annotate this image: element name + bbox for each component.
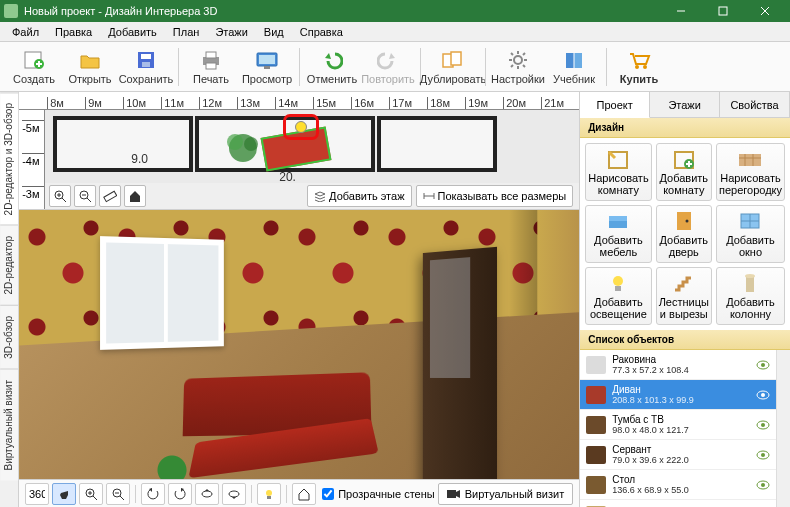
object-name: Тумба с ТВ <box>612 414 689 426</box>
ruler-tick: 8м <box>47 97 85 109</box>
ruler-tick: 9м <box>85 97 123 109</box>
tutorial-button[interactable]: Учебник <box>546 44 602 90</box>
duplicate-button[interactable]: Дублировать <box>425 44 481 90</box>
settings-button[interactable]: Настройки <box>490 44 546 90</box>
object-row[interactable]: Сервант79.0 x 39.6 x 222.0 <box>580 440 776 470</box>
stack-icon <box>314 190 326 202</box>
redo-button[interactable]: Повторить <box>360 44 416 90</box>
buy-button[interactable]: Купить <box>611 44 667 90</box>
plan-2d-view[interactable]: -5м-4м-3м 9.0 20. Добавить этаж По <box>19 110 579 210</box>
tool-button[interactable]: Нарисовать комнату <box>585 143 651 201</box>
vtab-3d[interactable]: 3D-обзор <box>0 305 18 369</box>
dimension-label: 9.0 <box>131 152 148 166</box>
menu-add[interactable]: Добавить <box>100 24 165 40</box>
tool-button[interactable]: Нарисовать перегородку <box>716 143 785 201</box>
title-bar: Новый проект - Дизайн Интерьера 3D <box>0 0 790 22</box>
object-row[interactable]: Дверь <box>580 500 776 507</box>
tab-properties[interactable]: Свойства <box>720 92 790 117</box>
ruler-tick: -3м <box>22 186 44 200</box>
vtab-2d-3d[interactable]: 2D-редактор и 3D-обзор <box>0 92 18 225</box>
rotate-left-button[interactable] <box>141 483 165 505</box>
ruler-tick: 18м <box>427 97 465 109</box>
zoom-in-button[interactable] <box>49 185 71 207</box>
virtual-visit-button[interactable]: Виртуальный визит <box>438 483 574 505</box>
open-button[interactable]: Открыть <box>62 44 118 90</box>
tab-floors[interactable]: Этажи <box>650 92 720 117</box>
zoom-out-button[interactable] <box>74 185 96 207</box>
ruler-tick: 16м <box>351 97 389 109</box>
vtab-2d[interactable]: 2D-редактор <box>0 225 18 305</box>
create-button[interactable]: Создать <box>6 44 62 90</box>
tool-button[interactable]: Лестницы и вырезы <box>656 267 712 325</box>
zoom-out-3d-button[interactable] <box>106 483 130 505</box>
add-floor-button[interactable]: Добавить этаж <box>307 185 411 207</box>
tilt-down-button[interactable] <box>222 483 246 505</box>
tool-button[interactable]: Добавить комнату <box>656 143 712 201</box>
tool-icon <box>737 210 763 232</box>
orbit-button[interactable]: 360 <box>25 483 49 505</box>
object-row[interactable]: Раковина77.3 x 57.2 x 108.4 <box>580 350 776 380</box>
tilt-up-button[interactable] <box>195 483 219 505</box>
maximize-button[interactable] <box>702 0 744 22</box>
tool-button[interactable]: Добавить колонну <box>716 267 785 325</box>
scrollbar[interactable] <box>776 350 790 507</box>
preview-button[interactable]: Просмотр <box>239 44 295 90</box>
tool-label: Добавить дверь <box>659 234 709 258</box>
object-row[interactable]: Тумба с ТВ98.0 x 48.0 x 121.7 <box>580 410 776 440</box>
menu-help[interactable]: Справка <box>292 24 351 40</box>
svg-rect-63 <box>739 154 761 166</box>
main-toolbar: Создать Открыть Сохранить Печать Просмот… <box>0 42 790 92</box>
object-row[interactable]: Стол136.6 x 68.9 x 55.0 <box>580 470 776 500</box>
menu-view[interactable]: Вид <box>256 24 292 40</box>
visibility-icon[interactable] <box>756 450 770 460</box>
menu-plan[interactable]: План <box>165 24 208 40</box>
svg-text:360: 360 <box>29 488 45 500</box>
window-3d <box>100 236 224 350</box>
reset-view-button[interactable] <box>292 483 316 505</box>
tool-label: Добавить освещение <box>588 296 648 320</box>
menu-edit[interactable]: Правка <box>47 24 100 40</box>
object-thumb-icon <box>586 476 606 494</box>
object-thumb-icon <box>586 416 606 434</box>
svg-point-55 <box>266 490 272 496</box>
light-button[interactable] <box>257 483 281 505</box>
visibility-icon[interactable] <box>756 480 770 490</box>
svg-point-53 <box>202 491 212 497</box>
menu-floors[interactable]: Этажи <box>207 24 255 40</box>
undo-button[interactable]: Отменить <box>304 44 360 90</box>
view-3d[interactable] <box>19 210 579 479</box>
zoom-in-3d-button[interactable] <box>79 483 103 505</box>
print-button[interactable]: Печать <box>183 44 239 90</box>
tab-project[interactable]: Проект <box>580 92 650 118</box>
ruler-tick: 17м <box>389 97 427 109</box>
tool-label: Нарисовать комнату <box>588 172 648 196</box>
side-panel: Проект Этажи Свойства Дизайн Нарисовать … <box>579 92 790 507</box>
tool-button[interactable]: Добавить окно <box>716 205 785 263</box>
cabinet-3d <box>423 247 497 479</box>
svg-point-70 <box>685 220 688 223</box>
rotate-right-button[interactable] <box>168 483 192 505</box>
ruler-tick: -5м <box>22 120 44 134</box>
visibility-icon[interactable] <box>756 360 770 370</box>
show-dimensions-button[interactable]: Показывать все размеры <box>416 185 574 207</box>
save-button[interactable]: Сохранить <box>118 44 174 90</box>
object-dimensions: 77.3 x 57.2 x 108.4 <box>612 365 689 375</box>
visibility-icon[interactable] <box>756 390 770 400</box>
tool-button[interactable]: Добавить дверь <box>656 205 712 263</box>
svg-rect-12 <box>206 52 216 58</box>
plant-2d-icon <box>223 128 263 168</box>
transparent-walls-checkbox[interactable]: Прозрачные стены <box>322 488 434 500</box>
vtab-virtual[interactable]: Виртуальный визит <box>0 369 18 481</box>
object-row[interactable]: Диван208.8 x 101.3 x 99.9 <box>580 380 776 410</box>
measure-button[interactable] <box>99 185 121 207</box>
menu-file[interactable]: Файл <box>4 24 47 40</box>
close-button[interactable] <box>744 0 786 22</box>
minimize-button[interactable] <box>660 0 702 22</box>
svg-line-35 <box>62 198 66 202</box>
object-dimensions: 136.6 x 68.9 x 55.0 <box>612 485 689 495</box>
home-button[interactable] <box>124 185 146 207</box>
tool-button[interactable]: Добавить освещение <box>585 267 651 325</box>
pan-button[interactable] <box>52 483 76 505</box>
visibility-icon[interactable] <box>756 420 770 430</box>
tool-button[interactable]: Добавить мебель <box>585 205 651 263</box>
